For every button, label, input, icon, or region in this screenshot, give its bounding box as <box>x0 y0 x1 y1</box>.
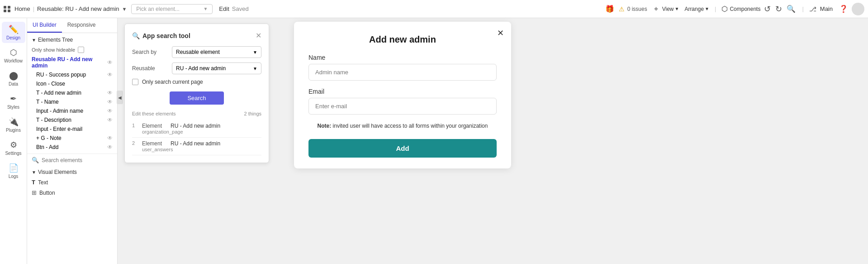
eye-icon[interactable]: 👁 <box>107 144 113 150</box>
sidebar-item-workflow[interactable]: ⬡ Workflow <box>2 45 25 66</box>
search-execute-btn[interactable]: Search <box>170 91 224 105</box>
cursor-tool-btn[interactable]: ⌖ <box>653 4 659 14</box>
email-input[interactable] <box>308 98 497 115</box>
visual-elements-collapse-icon[interactable]: ▼ <box>32 170 36 175</box>
tab-ui-builder[interactable]: UI Builder <box>27 18 62 33</box>
add-btn[interactable]: Add <box>308 139 497 158</box>
form-modal: ✕ Add new admin Name Email Note: invited… <box>294 22 511 168</box>
issues-count: 0 issues <box>627 6 647 12</box>
edit-label[interactable]: Edit <box>219 5 229 12</box>
eye-icon[interactable]: 👁 <box>107 59 113 66</box>
note-body: invited user will have access to all for… <box>331 123 488 129</box>
redo-btn[interactable]: ↻ <box>774 3 783 15</box>
reusable-chevron: ▼ <box>253 66 257 71</box>
search-tool-close-btn[interactable]: ✕ <box>256 31 261 40</box>
search-by-chevron: ▼ <box>253 50 257 55</box>
page-title-dropdown[interactable]: ▼ <box>122 6 127 12</box>
search-btn[interactable]: 🔍 <box>786 4 797 14</box>
page-title: Reusable: RU - Add new admin <box>37 5 119 12</box>
arrange-btn[interactable]: Arrange▼ <box>684 6 709 12</box>
search-tool-title: 🔍 App search tool <box>132 32 190 39</box>
name-label: Name <box>308 54 497 61</box>
tree-item-g-note[interactable]: + G - Note 👁 <box>27 134 117 143</box>
eye-icon[interactable]: 👁 <box>107 72 113 78</box>
tree-item-input-admin-name[interactable]: Input - Admin name 👁 <box>27 106 117 115</box>
only-current-page-row: Only search current page <box>132 79 261 85</box>
logs-icon: 📄 <box>9 163 19 173</box>
only-show-hideable: Only show hideable <box>27 45 117 55</box>
result-item-1[interactable]: 1 Element RU - Add new admin organizatio… <box>132 120 261 138</box>
grid-dot <box>4 10 6 12</box>
pick-element-text: Pick an element... <box>136 6 179 12</box>
sidebar-item-logs[interactable]: 📄 Logs <box>2 160 25 182</box>
gift-icon-btn[interactable]: 🎁 <box>603 3 616 15</box>
topbar-divider: | <box>33 5 34 12</box>
eye-icon[interactable]: 👁 <box>107 117 113 123</box>
search-by-label: Search by <box>132 49 168 55</box>
eye-icon[interactable]: 👁 <box>107 90 113 96</box>
topbar: Home | Reusable: RU - Add new admin ▼ Pi… <box>0 0 868 18</box>
modal-title: Add new admin <box>308 34 497 45</box>
tab-responsive[interactable]: Responsive <box>62 18 101 33</box>
result-item-2[interactable]: 2 Element RU - Add new admin user_answer… <box>132 138 261 155</box>
plugins-icon: 🔌 <box>9 117 19 127</box>
search-tool-icon: 🔍 <box>132 32 140 39</box>
sidebar-item-data[interactable]: ⬤ Data <box>2 68 25 89</box>
visual-element-button[interactable]: ⊞ Button <box>27 187 117 198</box>
user-avatar-btn[interactable] <box>852 3 864 15</box>
pick-element-selector[interactable]: Pick an element... ▼ <box>131 4 213 14</box>
search-elements-wrapper: 🔍 <box>27 154 117 166</box>
tree-item-icon-close[interactable]: Icon - Close <box>27 79 117 88</box>
reusable-select[interactable]: RU - Add new admin ▼ <box>172 62 261 74</box>
tree-item-t-name[interactable]: T - Name 👁 <box>27 97 117 106</box>
button-icon: ⊞ <box>32 189 37 196</box>
sidebar-item-design[interactable]: ✏️ Design <box>2 22 25 43</box>
search-by-value: Reusable element <box>176 49 220 55</box>
sidebar-item-styles[interactable]: ✒ Styles <box>2 91 25 112</box>
home-label[interactable]: Home <box>14 5 30 12</box>
reusable-label: Reusable <box>132 65 168 72</box>
tree-item-success-popup[interactable]: RU - Success popup 👁 <box>27 70 117 79</box>
tree-item-t-add-new-admin[interactable]: T - Add new admin 👁 <box>27 88 117 97</box>
tree-item-reusable[interactable]: Reusable RU - Add new admin 👁 <box>27 55 117 70</box>
components-btn[interactable]: ⬡ Components <box>721 5 760 13</box>
modal-close-btn[interactable]: ✕ <box>497 28 504 38</box>
grid-dot <box>4 6 6 9</box>
help-btn[interactable]: ❓ <box>838 4 849 14</box>
undo-btn[interactable]: ↺ <box>763 3 772 15</box>
eye-icon[interactable]: 👁 <box>107 108 113 114</box>
view-btn[interactable]: View▼ <box>662 6 679 12</box>
sidebar-item-plugins[interactable]: 🔌 Plugins <box>2 114 25 135</box>
results-header: Edit these elements 2 things <box>132 111 261 116</box>
eye-icon[interactable]: 👁 <box>107 99 113 105</box>
results-count: 2 things <box>244 111 261 116</box>
sidebar-item-settings[interactable]: ⚙ Settings <box>2 137 25 158</box>
main-label: Main <box>820 5 833 12</box>
search-by-row: Search by Reusable element ▼ <box>132 46 261 58</box>
text-icon: T <box>32 179 35 186</box>
email-label: Email <box>308 88 497 95</box>
admin-name-input[interactable] <box>308 64 497 81</box>
tree-item-t-description[interactable]: T - Description 👁 <box>27 115 117 125</box>
arrange-label: Arrange <box>684 6 704 12</box>
tree-collapse-icon[interactable]: ▼ <box>32 38 36 43</box>
tree-item-input-email[interactable]: Input - Enter e-mail <box>27 125 117 134</box>
tree-item-btn-add[interactable]: Btn - Add 👁 <box>27 143 117 152</box>
only-show-hideable-checkbox[interactable] <box>78 47 84 53</box>
styles-icon: ✒ <box>10 94 17 104</box>
search-by-select[interactable]: Reusable element ▼ <box>172 46 261 58</box>
note-strong: Note: <box>318 123 332 129</box>
settings-icon: ⚙ <box>10 140 17 150</box>
eye-icon[interactable]: 👁 <box>107 135 113 141</box>
pick-element-chevron: ▼ <box>203 6 208 11</box>
grid-icon <box>4 6 11 12</box>
visual-elements-header: ▼ Visual Elements <box>27 166 117 177</box>
only-current-page-checkbox[interactable] <box>132 79 138 85</box>
search-elements-input[interactable] <box>42 157 113 163</box>
only-current-page-label: Only search current page <box>142 79 203 85</box>
warning-icon: ⚠ <box>619 5 625 13</box>
grid-dot <box>8 10 10 12</box>
visual-element-text[interactable]: T Text <box>27 177 117 187</box>
arrange-chevron: ▼ <box>705 6 709 11</box>
sidebar-collapse-arrow[interactable]: ◀ <box>117 91 123 104</box>
